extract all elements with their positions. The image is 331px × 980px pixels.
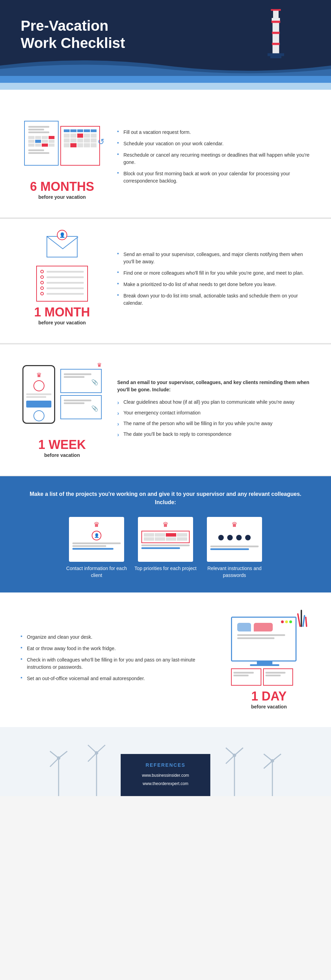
footer-area: REFERENCES www.businessinsider.comwww.th… [0,727,331,796]
1week-sub: before vacation [44,452,80,458]
list-row [40,292,84,295]
section-1week-label: 1 WEEK before vacation [38,438,86,458]
list-item: Set an out-of-office voicemail and email… [21,675,214,682]
doc-sheet1: 📎 [60,369,102,393]
doc-left [24,121,59,165]
section-1day-text: Organize and clean your desk. Eat or thr… [21,633,214,686]
svg-rect-3 [271,9,281,11]
svg-marker-2 [273,10,279,18]
1month-num: 1 MONTH [34,305,90,320]
svg-point-13 [57,756,60,760]
phone-mock: ♛ [22,365,55,424]
day1-illustration [231,610,307,686]
pwd-dot3 [236,535,242,540]
1day-list: Organize and clean your desk. Eat or thr… [21,633,214,682]
svg-line-17 [88,753,97,762]
envelope-icon: 👤 [46,236,78,258]
doc-sheet2: 📎 [60,395,102,419]
list-item: Make a prioritized to-do list of what ne… [117,281,310,288]
list-item: Schedule your vacation on your work cale… [117,140,310,147]
svg-point-28 [271,759,274,763]
section-1month-label: 1 MONTH before your vacation [34,305,90,326]
svg-point-18 [95,751,98,755]
card-label-client: Contact information for each client [65,565,128,579]
svg-line-16 [97,745,105,753]
section-1month: Send an email to your supervisor, collea… [0,219,331,344]
section-6months-visual: ↺ 6 MONTHS before your vacation [21,117,103,200]
month1-illustration: 👤 [24,236,100,302]
6months-num: 6 MONTHS [30,180,94,194]
password-card-img: ♛ [207,517,262,562]
lighthouse-icon [262,7,290,62]
doc-row-bottom [231,668,293,686]
windmill-icon-4 [258,751,286,796]
blue-card-client: ♛ 👤 Contact information for each client [65,517,128,579]
blue-card-password: ♛ Relevant instructions and passwords [203,517,266,579]
blue-cards-container: ♛ 👤 Contact information for each client … [21,517,310,579]
section-1month-text: Send an email to your supervisor, collea… [117,251,310,311]
section-6months-label: 6 MONTHS before your vacation [30,180,94,200]
1week-list: Clear guidelines about how (if at all) y… [117,399,310,438]
section-1day-label: 1 DAY before vacation [251,689,287,710]
list-item: The date you'll be back to reply to corr… [117,431,310,438]
list-item: Your emergency contact information [117,409,310,417]
section-1week-visual: ♛ ♛ 📎 [21,362,103,458]
months6-illustration: ↺ [24,117,100,176]
week-intro: Send an email to your supervisor, collea… [117,379,310,393]
page-title: Pre-Vacation Work Checklist [21,17,125,52]
section-6months: ↺ 6 MONTHS before your vacation Fill out… [0,100,331,218]
list-item: Reschedule or cancel any recurring meeti… [117,151,310,166]
spacer [0,90,331,100]
header-section: Pre-Vacation Work Checklist [0,0,331,76]
1week-num: 1 WEEK [38,438,86,452]
monitor-base [250,664,279,666]
list-item: Eat or throw away food in the work fridg… [21,645,214,652]
client-card-img: ♛ 👤 [69,517,124,562]
6months-list: Fill out a vacation request form. Schedu… [117,129,310,185]
list-item: Organize and clean your desk. [21,633,214,641]
wave-accent [0,76,331,83]
list-row [40,281,84,284]
list-item: The name of the person who will be filli… [117,420,310,427]
svg-rect-5 [272,32,280,34]
password-dots [210,531,258,544]
list-item: Clear guidelines about how (if at all) y… [117,399,310,406]
card-label-password: Relevant instructions and passwords [203,565,266,579]
card-label-project: Top priorities for each project [135,565,196,572]
title-line2: Work Checklist [21,35,125,51]
footer-reference: REFERENCES www.businessinsider.comwww.th… [121,754,210,796]
pwd-dot4 [245,535,251,540]
title-line1: Pre-Vacation [21,18,108,34]
list-item: Check in with colleagues who'll be filli… [21,656,214,671]
footer-links: www.businessinsider.comwww.theorderexper… [135,771,196,788]
section-6months-text: Fill out a vacation request form. Schedu… [117,129,310,189]
svg-point-23 [233,754,236,757]
header-wave [0,55,331,76]
blue-section: Make a list of the projects you're worki… [0,476,331,592]
windmill-row: REFERENCES www.businessinsider.comwww.th… [0,741,331,796]
wave-accent2 [0,83,331,90]
svg-line-22 [226,756,234,764]
list-item: Send an email to your supervisor, collea… [117,251,310,266]
section-1week: ♛ ♛ 📎 [0,344,331,476]
list-row [40,270,84,273]
doc-stack: ♛ 📎 📎 [60,362,102,419]
doc-right: ↺ [60,126,100,165]
footer-ref-label: REFERENCES [135,762,196,768]
svg-rect-4 [271,21,280,23]
6months-sub: before your vacation [38,194,86,200]
section-1month-visual: 👤 1 MONTH before your vacation [21,236,103,326]
list-row [40,286,84,290]
blue-card-project: ♛ Top priorities [135,517,196,579]
svg-rect-6 [272,43,280,45]
monitor-mock [231,617,296,662]
pwd-dot2 [227,535,233,540]
svg-line-15 [88,745,97,753]
list-item: Block out your first morning back at wor… [117,170,310,185]
list-item: Find one or more colleagues who'll fill … [117,269,310,277]
project-card-img: ♛ [138,517,193,562]
list-row [40,275,84,279]
section-1day-visual: 1 DAY before vacation [228,610,310,710]
svg-rect-0 [272,21,279,54]
1day-sub: before vacation [251,704,287,710]
